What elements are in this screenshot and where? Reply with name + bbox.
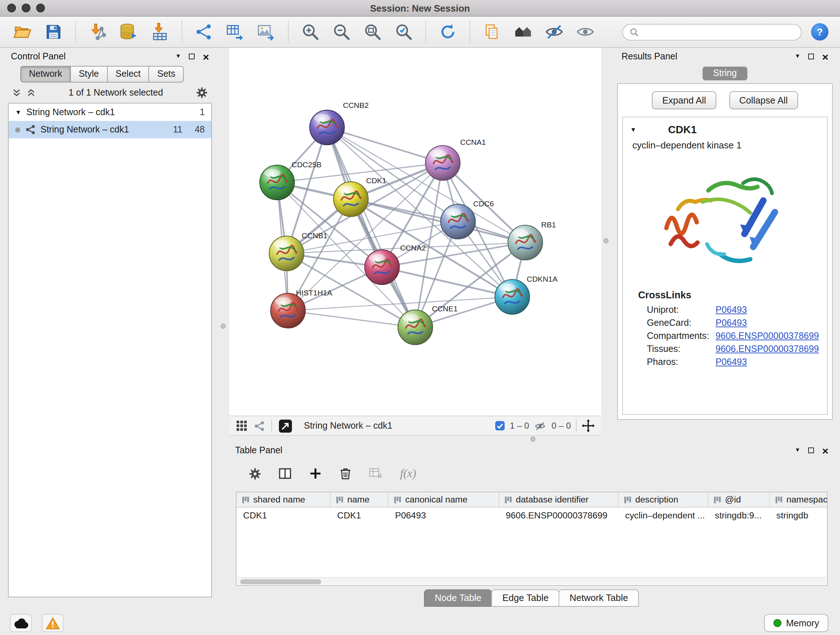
- collapse-all-icon[interactable]: [12, 88, 21, 97]
- network-node-RB1[interactable]: [508, 225, 543, 260]
- hide-selected-button[interactable]: [543, 20, 565, 43]
- export-image-button[interactable]: [256, 20, 277, 43]
- network-node-CDC25B[interactable]: [260, 165, 294, 200]
- table-settings-gear-icon[interactable]: [249, 467, 261, 480]
- show-all-button[interactable]: [575, 20, 596, 43]
- function-builder-icon[interactable]: f(x): [400, 467, 416, 480]
- network-row[interactable]: String Network – cdk1 11 48: [9, 121, 211, 138]
- bottom-splitter-handle[interactable]: [531, 437, 535, 442]
- search-box[interactable]: [622, 24, 802, 40]
- network-node-HIST1H1A[interactable]: [271, 293, 305, 328]
- crosslink-link[interactable]: 9606.ENSP00000378699: [715, 331, 819, 341]
- cell-shared-name[interactable]: CDK1: [237, 508, 331, 524]
- network-collection-row[interactable]: ▼ String Network – cdk1 1: [9, 103, 211, 121]
- open-session-button[interactable]: [11, 20, 33, 43]
- scrollbar-thumb[interactable]: [240, 579, 321, 584]
- tab-node-table[interactable]: Node Table: [424, 589, 493, 607]
- import-network-file-button[interactable]: [87, 20, 109, 43]
- zoom-in-button[interactable]: [300, 20, 321, 43]
- cloud-status-button[interactable]: [10, 614, 32, 632]
- minimize-window-button[interactable]: [22, 4, 30, 12]
- cell-canonical-name[interactable]: P06493: [388, 508, 499, 524]
- network-edge[interactable]: [382, 267, 512, 297]
- column-header-shared-name[interactable]: shared name: [237, 492, 331, 507]
- zoom-window-button[interactable]: [36, 4, 45, 12]
- tree-expand-icon[interactable]: ▼: [15, 109, 21, 116]
- column-header-name[interactable]: name: [331, 492, 388, 507]
- horizontal-scrollbar[interactable]: [237, 577, 826, 584]
- panel-collapse-icon[interactable]: ▼: [795, 448, 801, 453]
- left-splitter-handle[interactable]: [221, 324, 226, 329]
- zoom-out-button[interactable]: [331, 20, 352, 43]
- panel-collapse-icon[interactable]: ▼: [795, 54, 801, 59]
- network-node-CDKN1A[interactable]: [495, 279, 530, 314]
- close-window-button[interactable]: [7, 4, 16, 12]
- tab-network-table[interactable]: Network Table: [559, 589, 639, 607]
- tab-network[interactable]: Network: [20, 66, 71, 82]
- cell-namespace[interactable]: stringdb: [770, 508, 828, 524]
- cell-database-identifier[interactable]: 9606.ENSP00000378699: [499, 508, 619, 524]
- crosslink-link[interactable]: P06493: [715, 318, 747, 328]
- tab-edge-table[interactable]: Edge Table: [492, 589, 560, 607]
- panel-close-icon[interactable]: ×: [202, 51, 209, 62]
- hidden-eye-slash-icon[interactable]: [534, 420, 546, 431]
- tab-style[interactable]: Style: [70, 66, 108, 82]
- panel-float-icon[interactable]: [808, 54, 814, 59]
- save-session-button[interactable]: [43, 20, 65, 43]
- network-node-CDC6[interactable]: [441, 204, 475, 239]
- apply-layout-button[interactable]: [437, 20, 459, 43]
- network-node-CCNB2[interactable]: [309, 110, 344, 145]
- pan-crosshair-icon[interactable]: [582, 419, 595, 432]
- network-edge[interactable]: [288, 310, 415, 327]
- network-edge[interactable]: [351, 199, 525, 242]
- show-columns-icon[interactable]: [279, 467, 292, 480]
- open-external-button[interactable]: [279, 419, 292, 432]
- zoom-selected-button[interactable]: [393, 20, 415, 43]
- crosslink-link[interactable]: P06493: [715, 305, 747, 315]
- cell-name[interactable]: CDK1: [331, 508, 388, 524]
- network-node-CDK1[interactable]: [333, 182, 368, 217]
- import-network-database-button[interactable]: [118, 20, 140, 43]
- grid-view-icon[interactable]: [236, 420, 248, 432]
- collapse-all-button[interactable]: Collapse All: [729, 91, 798, 109]
- network-edge[interactable]: [327, 127, 415, 327]
- expand-all-button[interactable]: Expand All: [652, 91, 716, 109]
- delete-table-icon[interactable]: [369, 467, 383, 480]
- cell-description[interactable]: cyclin–dependent ...: [619, 508, 708, 524]
- zoom-fit-button[interactable]: [362, 20, 384, 43]
- panel-collapse-icon[interactable]: ▼: [175, 54, 181, 59]
- node-table[interactable]: shared name name canonical name database…: [236, 492, 828, 586]
- home-button[interactable]: [512, 20, 534, 43]
- search-input[interactable]: [643, 27, 794, 37]
- duplicate-network-button[interactable]: [481, 20, 503, 43]
- network-node-CCNA2[interactable]: [365, 250, 399, 285]
- selected-checkbox-icon[interactable]: [494, 421, 505, 431]
- section-expand-icon[interactable]: ▼: [630, 127, 636, 133]
- warnings-button[interactable]: [42, 614, 64, 632]
- import-table-button[interactable]: [149, 20, 171, 43]
- panel-float-icon[interactable]: [189, 54, 195, 59]
- tab-string[interactable]: String: [702, 67, 747, 80]
- column-header-namespace[interactable]: namespace: [770, 492, 828, 507]
- panel-float-icon[interactable]: [808, 448, 814, 453]
- network-view-icon[interactable]: [254, 420, 265, 431]
- crosslink-link[interactable]: P06493: [715, 357, 747, 367]
- help-button[interactable]: ?: [811, 23, 829, 41]
- tab-select[interactable]: Select: [107, 66, 149, 82]
- memory-button[interactable]: Memory: [764, 614, 829, 632]
- expand-all-icon[interactable]: [27, 88, 35, 97]
- network-node-CCNE1[interactable]: [398, 310, 433, 345]
- column-header-id[interactable]: @id: [708, 492, 770, 507]
- panel-close-icon[interactable]: ×: [822, 51, 829, 62]
- panel-close-icon[interactable]: ×: [822, 445, 829, 456]
- new-network-button[interactable]: [193, 20, 215, 43]
- network-canvas[interactable]: CCNB2CCNA1CDC25BCDK1CDC6RB1CCNB1CCNA2CDK…: [229, 48, 601, 416]
- crosslink-link[interactable]: 9606.ENSP00000378699: [715, 344, 819, 354]
- table-row[interactable]: CDK1 CDK1 P06493 9606.ENSP00000378699 cy…: [237, 508, 827, 524]
- tab-sets[interactable]: Sets: [149, 66, 184, 82]
- network-node-CCNB1[interactable]: [269, 236, 304, 271]
- delete-column-trash-icon[interactable]: [339, 467, 352, 480]
- network-node-CCNA1[interactable]: [425, 146, 460, 180]
- column-header-description[interactable]: description: [619, 492, 708, 507]
- right-splitter-handle[interactable]: [603, 238, 608, 243]
